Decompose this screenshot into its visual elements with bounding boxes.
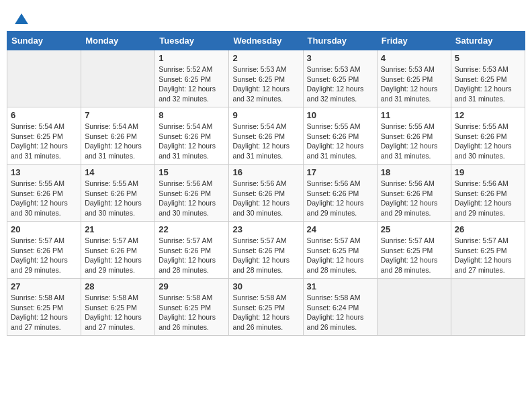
day-number: 9 xyxy=(232,110,299,120)
day-number: 25 xyxy=(381,224,447,234)
day-number: 7 xyxy=(85,110,151,120)
calendar-week-4: 20Sunrise: 5:57 AM Sunset: 6:26 PM Dayli… xyxy=(7,222,525,279)
col-header-friday: Friday xyxy=(377,32,451,50)
calendar-cell: 11Sunrise: 5:55 AM Sunset: 6:26 PM Dayli… xyxy=(377,107,451,165)
calendar-cell: 22Sunrise: 5:57 AM Sunset: 6:26 PM Dayli… xyxy=(155,222,229,279)
svg-marker-0 xyxy=(15,13,28,24)
day-number: 5 xyxy=(455,53,521,63)
day-number: 2 xyxy=(232,53,299,63)
day-number: 17 xyxy=(307,167,373,177)
day-number: 12 xyxy=(455,110,521,120)
day-number: 8 xyxy=(159,110,225,120)
day-number: 24 xyxy=(307,224,373,234)
calendar-cell: 9Sunrise: 5:54 AM Sunset: 6:26 PM Daylig… xyxy=(229,107,303,165)
calendar-cell: 8Sunrise: 5:54 AM Sunset: 6:26 PM Daylig… xyxy=(155,107,229,165)
day-number: 1 xyxy=(159,53,225,63)
day-info: Sunrise: 5:56 AM Sunset: 6:26 PM Dayligh… xyxy=(232,179,299,218)
calendar-cell: 25Sunrise: 5:57 AM Sunset: 6:25 PM Dayli… xyxy=(377,222,451,279)
day-number: 29 xyxy=(159,281,225,291)
calendar-cell: 27Sunrise: 5:58 AM Sunset: 6:25 PM Dayli… xyxy=(7,279,81,336)
day-info: Sunrise: 5:53 AM Sunset: 6:25 PM Dayligh… xyxy=(381,64,447,104)
day-info: Sunrise: 5:58 AM Sunset: 6:25 PM Dayligh… xyxy=(232,293,299,332)
day-info: Sunrise: 5:53 AM Sunset: 6:25 PM Dayligh… xyxy=(307,64,373,104)
day-info: Sunrise: 5:54 AM Sunset: 6:26 PM Dayligh… xyxy=(159,122,225,161)
calendar-cell: 6Sunrise: 5:54 AM Sunset: 6:25 PM Daylig… xyxy=(7,107,81,165)
calendar-cell: 31Sunrise: 5:58 AM Sunset: 6:24 PM Dayli… xyxy=(303,279,377,336)
day-info: Sunrise: 5:57 AM Sunset: 6:25 PM Dayligh… xyxy=(455,236,521,275)
calendar-cell: 10Sunrise: 5:55 AM Sunset: 6:26 PM Dayli… xyxy=(303,107,377,165)
calendar-header-row: SundayMondayTuesdayWednesdayThursdayFrid… xyxy=(7,32,525,50)
day-number: 4 xyxy=(381,53,447,63)
day-info: Sunrise: 5:56 AM Sunset: 6:26 PM Dayligh… xyxy=(455,179,521,218)
day-info: Sunrise: 5:58 AM Sunset: 6:24 PM Dayligh… xyxy=(307,293,373,332)
day-info: Sunrise: 5:57 AM Sunset: 6:26 PM Dayligh… xyxy=(232,236,299,275)
day-info: Sunrise: 5:55 AM Sunset: 6:26 PM Dayligh… xyxy=(307,122,373,161)
day-number: 11 xyxy=(381,110,447,120)
day-number: 18 xyxy=(381,167,447,177)
day-number: 27 xyxy=(11,281,77,291)
calendar-cell: 12Sunrise: 5:55 AM Sunset: 6:26 PM Dayli… xyxy=(451,107,525,165)
calendar-week-2: 6Sunrise: 5:54 AM Sunset: 6:25 PM Daylig… xyxy=(7,107,525,165)
day-info: Sunrise: 5:58 AM Sunset: 6:25 PM Dayligh… xyxy=(85,293,151,332)
col-header-tuesday: Tuesday xyxy=(155,32,229,50)
calendar-cell: 14Sunrise: 5:55 AM Sunset: 6:26 PM Dayli… xyxy=(81,165,155,222)
day-info: Sunrise: 5:55 AM Sunset: 6:26 PM Dayligh… xyxy=(85,179,151,218)
calendar-cell xyxy=(451,279,525,336)
col-header-saturday: Saturday xyxy=(451,32,525,50)
day-number: 31 xyxy=(307,281,373,291)
calendar-cell: 28Sunrise: 5:58 AM Sunset: 6:25 PM Dayli… xyxy=(81,279,155,336)
calendar-cell: 15Sunrise: 5:56 AM Sunset: 6:26 PM Dayli… xyxy=(155,165,229,222)
day-info: Sunrise: 5:54 AM Sunset: 6:26 PM Dayligh… xyxy=(232,122,299,161)
calendar-cell: 2Sunrise: 5:53 AM Sunset: 6:25 PM Daylig… xyxy=(229,50,303,107)
calendar-cell: 23Sunrise: 5:57 AM Sunset: 6:26 PM Dayli… xyxy=(229,222,303,279)
day-info: Sunrise: 5:54 AM Sunset: 6:25 PM Dayligh… xyxy=(11,122,77,161)
calendar-cell xyxy=(81,50,155,107)
day-number: 30 xyxy=(232,281,299,291)
calendar-cell xyxy=(377,279,451,336)
day-info: Sunrise: 5:56 AM Sunset: 6:26 PM Dayligh… xyxy=(159,179,225,218)
logo-icon xyxy=(13,12,30,28)
day-number: 14 xyxy=(85,167,151,177)
day-number: 28 xyxy=(85,281,151,291)
day-info: Sunrise: 5:57 AM Sunset: 6:26 PM Dayligh… xyxy=(159,236,225,275)
col-header-wednesday: Wednesday xyxy=(229,32,303,50)
day-number: 26 xyxy=(455,224,521,234)
calendar-cell: 5Sunrise: 5:53 AM Sunset: 6:25 PM Daylig… xyxy=(451,50,525,107)
day-info: Sunrise: 5:57 AM Sunset: 6:25 PM Dayligh… xyxy=(381,236,447,275)
day-info: Sunrise: 5:53 AM Sunset: 6:25 PM Dayligh… xyxy=(455,64,521,104)
day-info: Sunrise: 5:58 AM Sunset: 6:25 PM Dayligh… xyxy=(159,293,225,332)
calendar-cell: 19Sunrise: 5:56 AM Sunset: 6:26 PM Dayli… xyxy=(451,165,525,222)
col-header-monday: Monday xyxy=(81,32,155,50)
day-number: 19 xyxy=(455,167,521,177)
calendar-cell: 21Sunrise: 5:57 AM Sunset: 6:26 PM Dayli… xyxy=(81,222,155,279)
day-number: 13 xyxy=(11,167,77,177)
calendar-week-3: 13Sunrise: 5:55 AM Sunset: 6:26 PM Dayli… xyxy=(7,165,525,222)
day-number: 23 xyxy=(232,224,299,234)
day-info: Sunrise: 5:54 AM Sunset: 6:26 PM Dayligh… xyxy=(85,122,151,161)
day-number: 6 xyxy=(11,110,77,120)
day-info: Sunrise: 5:56 AM Sunset: 6:26 PM Dayligh… xyxy=(307,179,373,218)
calendar-cell: 16Sunrise: 5:56 AM Sunset: 6:26 PM Dayli… xyxy=(229,165,303,222)
day-number: 3 xyxy=(307,53,373,63)
day-info: Sunrise: 5:53 AM Sunset: 6:25 PM Dayligh… xyxy=(232,64,299,104)
calendar-cell: 1Sunrise: 5:52 AM Sunset: 6:25 PM Daylig… xyxy=(155,50,229,107)
col-header-sunday: Sunday xyxy=(7,32,81,50)
logo xyxy=(13,12,32,28)
calendar-week-1: 1Sunrise: 5:52 AM Sunset: 6:25 PM Daylig… xyxy=(7,50,525,107)
page-header xyxy=(7,7,525,31)
col-header-thursday: Thursday xyxy=(303,32,377,50)
calendar-table: SundayMondayTuesdayWednesdayThursdayFrid… xyxy=(7,31,525,336)
calendar-cell: 30Sunrise: 5:58 AM Sunset: 6:25 PM Dayli… xyxy=(229,279,303,336)
day-info: Sunrise: 5:55 AM Sunset: 6:26 PM Dayligh… xyxy=(381,122,447,161)
day-info: Sunrise: 5:58 AM Sunset: 6:25 PM Dayligh… xyxy=(11,293,77,332)
calendar-cell: 29Sunrise: 5:58 AM Sunset: 6:25 PM Dayli… xyxy=(155,279,229,336)
day-info: Sunrise: 5:57 AM Sunset: 6:25 PM Dayligh… xyxy=(307,236,373,275)
day-number: 10 xyxy=(307,110,373,120)
day-info: Sunrise: 5:57 AM Sunset: 6:26 PM Dayligh… xyxy=(85,236,151,275)
calendar-cell: 20Sunrise: 5:57 AM Sunset: 6:26 PM Dayli… xyxy=(7,222,81,279)
calendar-cell: 7Sunrise: 5:54 AM Sunset: 6:26 PM Daylig… xyxy=(81,107,155,165)
calendar-cell: 4Sunrise: 5:53 AM Sunset: 6:25 PM Daylig… xyxy=(377,50,451,107)
day-number: 20 xyxy=(11,224,77,234)
day-number: 16 xyxy=(232,167,299,177)
calendar-cell: 18Sunrise: 5:56 AM Sunset: 6:26 PM Dayli… xyxy=(377,165,451,222)
